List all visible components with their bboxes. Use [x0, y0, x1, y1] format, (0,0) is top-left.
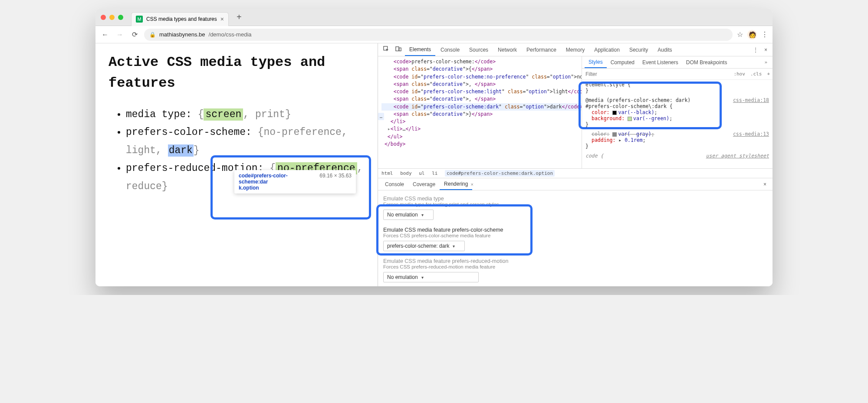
- section-subtitle: Forces CSS prefers-color-scheme media fe…: [383, 233, 767, 238]
- close-tab-icon[interactable]: ×: [220, 16, 224, 23]
- url-path: /demo/css-media: [209, 31, 252, 38]
- window-titlebar: M CSS media types and features × +: [95, 9, 773, 26]
- styles-subtab-computed[interactable]: Computed: [607, 57, 638, 68]
- drawer-close-icon[interactable]: ×: [760, 180, 770, 189]
- css-rule[interactable]: css-media:18 @media (prefers-color-schem…: [585, 97, 769, 128]
- maximize-window-button[interactable]: [118, 15, 123, 20]
- devtools-tabs: Elements Console Sources Network Perform…: [378, 43, 773, 56]
- minimize-window-button[interactable]: [109, 15, 115, 20]
- tab-security[interactable]: Security: [625, 44, 652, 56]
- browser-tab[interactable]: M CSS media types and features ×: [131, 12, 229, 26]
- favicon-icon: M: [136, 16, 143, 23]
- selected-option: dark: [168, 144, 194, 157]
- section-title: Emulate CSS media feature prefers-color-…: [383, 227, 767, 233]
- tab-network[interactable]: Network: [493, 44, 521, 56]
- breadcrumb-item[interactable]: body: [400, 170, 412, 176]
- styles-filter-input[interactable]: [582, 69, 731, 79]
- svg-rect-1: [396, 47, 399, 51]
- dom-tree-pane[interactable]: <code>prefers-color-scheme:</code> <span…: [378, 56, 582, 168]
- devtools-drawer: Console Coverage Rendering × × Emulate C…: [378, 178, 773, 286]
- url-domain: mathiasbynens.be: [159, 31, 205, 38]
- tab-performance[interactable]: Performance: [522, 44, 561, 56]
- css-rule[interactable]: css-media:13 color: var(--gray); padding…: [585, 131, 769, 149]
- tab-application[interactable]: Application: [590, 44, 624, 56]
- section-title: Emulate CSS media feature prefers-reduce…: [383, 258, 767, 264]
- tooltip-dimensions: 69.16 × 35.63: [319, 173, 352, 179]
- styles-subtab-event-listeners[interactable]: Event Listeners: [638, 57, 682, 68]
- traffic-lights: [101, 15, 123, 20]
- devtools-close-icon[interactable]: ×: [762, 45, 770, 55]
- svg-rect-2: [399, 48, 401, 51]
- active-option: screen: [204, 108, 243, 121]
- cls-toggle[interactable]: .cls: [748, 70, 765, 78]
- profile-avatar[interactable]: 🧑: [747, 30, 757, 39]
- more-subtabs-icon[interactable]: »: [762, 59, 770, 66]
- emulate-reduced-motion-select[interactable]: No emulation: [383, 272, 479, 282]
- page-heading: Active CSS media types and features: [108, 52, 365, 94]
- rule-source-link: user agent stylesheet: [706, 153, 769, 159]
- section-title: Emulate CSS media type: [383, 196, 767, 202]
- new-tab-button[interactable]: +: [232, 12, 246, 22]
- styles-subtab-styles[interactable]: Styles: [585, 57, 607, 68]
- tab-elements[interactable]: Elements: [405, 44, 435, 56]
- forward-button[interactable]: →: [115, 29, 125, 40]
- tooltip-selector: code#prefers-color-scheme:dar: [239, 173, 288, 185]
- new-rule-button[interactable]: +: [764, 70, 773, 78]
- rendered-page: Active CSS media types and features medi…: [95, 43, 378, 286]
- reload-button[interactable]: ⟳: [129, 29, 140, 40]
- breadcrumb-item[interactable]: ul: [419, 170, 424, 176]
- list-item: media type: {screen, print}: [126, 106, 365, 124]
- url-field[interactable]: 🔒 mathiasbynens.be/demo/css-media: [144, 29, 733, 41]
- breadcrumb-item[interactable]: html: [381, 170, 393, 176]
- dom-selected-node[interactable]: <code id="prefers-color-scheme:dark" cla…: [381, 103, 582, 111]
- bookmark-star-icon[interactable]: ☆: [737, 30, 743, 39]
- section-subtitle: Forces media type for testing print and …: [383, 202, 767, 207]
- ellipsis-badge: …: [378, 113, 384, 120]
- back-button[interactable]: ←: [100, 29, 110, 40]
- tab-console[interactable]: Console: [436, 44, 464, 56]
- emulate-color-scheme-select[interactable]: prefers-color-scheme: dark: [383, 241, 465, 251]
- tab-audits[interactable]: Audits: [653, 44, 676, 56]
- inspector-tooltip: 69.16 × 35.63 code#prefers-color-scheme:…: [234, 170, 356, 193]
- drawer-tab-close-icon[interactable]: ×: [470, 182, 473, 187]
- inspect-element-icon[interactable]: [381, 44, 392, 55]
- drawer-tab-console[interactable]: Console: [381, 179, 408, 190]
- devtools-menu-icon[interactable]: ⋮: [750, 45, 761, 55]
- styles-pane: Styles Computed Event Listeners DOM Brea…: [582, 56, 773, 168]
- dom-breadcrumb: html body ul li code#prefers-color-schem…: [378, 168, 773, 178]
- hov-toggle[interactable]: :hov: [731, 70, 748, 78]
- tab-memory[interactable]: Memory: [562, 44, 589, 56]
- tab-sources[interactable]: Sources: [465, 44, 493, 56]
- device-toolbar-icon[interactable]: [393, 44, 404, 55]
- breadcrumb-item[interactable]: li: [432, 170, 437, 176]
- list-item: prefers-color-scheme: {no-preference, li…: [126, 124, 365, 160]
- rule-source-link[interactable]: css-media:18: [733, 97, 769, 103]
- devtools-panel: Elements Console Sources Network Perform…: [378, 43, 773, 286]
- breadcrumb-item-selected[interactable]: code#prefers-color-scheme:dark.option: [445, 170, 555, 177]
- styles-subtab-dom-breakpoints[interactable]: DOM Breakpoints: [682, 57, 731, 68]
- css-rule[interactable]: user agent stylesheet code {: [585, 153, 769, 159]
- lock-icon: 🔒: [149, 32, 156, 38]
- css-rule[interactable]: element.style { }: [585, 82, 769, 94]
- drawer-tab-rendering[interactable]: Rendering: [440, 179, 472, 190]
- url-bar-row: ← → ⟳ 🔒 mathiasbynens.be/demo/css-media …: [95, 26, 773, 43]
- tab-title: CSS media types and features: [146, 16, 217, 22]
- rule-source-link[interactable]: css-media:13: [733, 131, 769, 137]
- drawer-tab-coverage[interactable]: Coverage: [408, 179, 440, 190]
- section-subtitle: Forces CSS prefers-reduced-motion media …: [383, 264, 767, 269]
- browser-menu-icon[interactable]: ⋮: [761, 30, 768, 39]
- close-window-button[interactable]: [101, 15, 106, 20]
- emulate-media-type-select[interactable]: No emulation: [383, 210, 434, 220]
